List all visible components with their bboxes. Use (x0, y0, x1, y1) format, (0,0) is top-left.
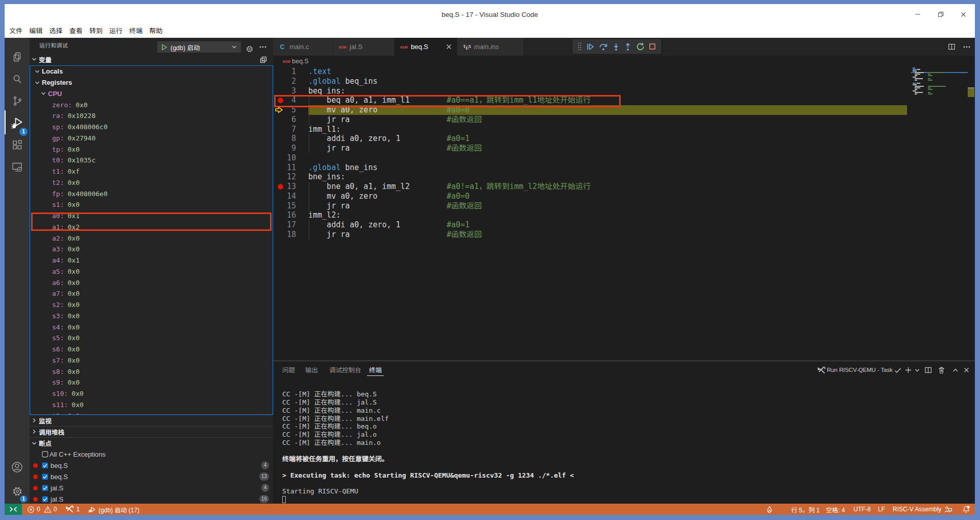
code-line-11[interactable]: 11.global bne_ins (273, 163, 975, 173)
register-row-sp[interactable]: sp:0x408006c0 (30, 122, 273, 133)
menu-item-文件[interactable]: 文件 (6, 25, 26, 38)
code-line-18[interactable]: 18 jr ra #函数返回 (273, 230, 975, 240)
activity-item-extensions[interactable] (5, 133, 30, 157)
step-over-button[interactable] (599, 42, 608, 51)
code-line-6[interactable]: 6 jr ra #函数返回 (273, 115, 975, 125)
register-row-s2[interactable]: s2:0x0 (30, 299, 273, 311)
views-more-icon[interactable] (259, 43, 267, 51)
minimize-button[interactable] (906, 4, 929, 25)
close-button[interactable] (952, 4, 975, 25)
register-row-s6[interactable]: s6:0x0 (30, 344, 273, 355)
toolbar-grip-icon[interactable] (577, 42, 582, 51)
checkbox-checked-icon[interactable] (42, 496, 48, 503)
register-row-zero[interactable]: zero:0x0 (30, 99, 273, 110)
checkbox-unchecked-icon[interactable] (42, 451, 48, 458)
register-row-s8[interactable]: s8:0x0 (30, 366, 273, 377)
register-row-s11[interactable]: s11:0x0 (30, 399, 273, 411)
eol[interactable]: LF (878, 504, 885, 515)
checkbox-checked-icon[interactable] (42, 474, 48, 480)
feedback-icon[interactable] (944, 504, 952, 515)
code-line-17[interactable]: 17 addi a0, zero, 1 #a0=1 (273, 220, 975, 230)
activity-item-settings[interactable]: 1 (5, 480, 30, 503)
menu-item-查看[interactable]: 查看 (66, 25, 86, 38)
activity-item-remote[interactable] (5, 155, 30, 179)
collapse-all-icon[interactable] (259, 56, 267, 64)
breakpoint-row-beq.S-13[interactable]: beq.S13 (30, 471, 273, 482)
menu-item-运行[interactable]: 运行 (106, 25, 126, 38)
editor-tab-jal.S[interactable]: ASMjal.S (333, 38, 395, 56)
launch-config-select[interactable]: (gdb) 启动 (157, 41, 241, 53)
activity-item-scm[interactable] (5, 89, 30, 113)
watch-section-header[interactable]: 监视 (30, 415, 273, 426)
register-row-a5[interactable]: a5:0x0 (30, 266, 273, 277)
configure-gear-icon[interactable] (245, 44, 254, 53)
register-row-t3[interactable]: t3:0x0 (30, 410, 273, 415)
breakpoint-row-exceptions[interactable]: All C++ Exceptions (30, 449, 273, 460)
tree-item-registers[interactable]: Registers (30, 77, 273, 88)
terminal-output[interactable]: CC -[M] 正在构建... beq.SCC -[M] 正在构建... jal… (282, 361, 966, 504)
register-row-fp[interactable]: fp:0x408006e0 (30, 188, 273, 199)
breadcrumb[interactable]: ASM beq.S (273, 56, 975, 67)
code-line-7[interactable]: 7imm_l1: (273, 125, 975, 134)
overview-ruler[interactable] (968, 67, 975, 361)
code-line-14[interactable]: 14 mv a0, zero #a0=0 (273, 192, 975, 201)
callstack-section-header[interactable]: 调用堆栈 (30, 426, 273, 437)
step-into-button[interactable] (612, 42, 620, 51)
breakpoint-row-jal.S-4[interactable]: jal.S4 (30, 482, 273, 493)
code-line-2[interactable]: 2.global beq_ins (273, 77, 975, 86)
menu-item-编辑[interactable]: 编辑 (26, 25, 46, 38)
activity-item-explorer[interactable] (5, 45, 30, 69)
register-row-s10[interactable]: s10:0x0 (30, 388, 273, 399)
code-line-13[interactable]: 13 bne a0, a1, imm_l2 #a0!=a1，跳转到imm_l2地… (273, 182, 975, 192)
activity-item-search[interactable] (5, 67, 30, 91)
menu-item-帮助[interactable]: 帮助 (146, 25, 166, 38)
step-out-button[interactable] (624, 42, 632, 51)
register-row-t2[interactable]: t2:0x0 (30, 177, 273, 188)
editor-tab-main.ins[interactable]: TEXmain.ins (457, 38, 524, 56)
register-row-a6[interactable]: a6:0x0 (30, 277, 273, 288)
language-mode[interactable]: RISC-V Assembly (893, 504, 941, 515)
notifications-bell-icon[interactable] (962, 504, 970, 515)
editor-tab-main.c[interactable]: Cmain.c (273, 38, 333, 56)
continue-button[interactable] (586, 42, 595, 51)
register-row-s4[interactable]: s4:0x0 (30, 321, 273, 333)
split-editor-icon[interactable] (948, 43, 955, 51)
minimap[interactable] (911, 67, 968, 361)
breakpoints-section-header[interactable]: 断点 (30, 437, 273, 449)
code-line-9[interactable]: 9 jr ra #函数返回 (273, 144, 975, 153)
register-row-tp[interactable]: tp:0x0 (30, 144, 273, 155)
code-line-1[interactable]: 1.text (273, 67, 975, 77)
code-line-3[interactable]: 3beq_ins: (273, 86, 975, 96)
register-row-s5[interactable]: s5:0x0 (30, 333, 273, 344)
restore-button[interactable] (929, 4, 952, 25)
menu-item-选择[interactable]: 选择 (46, 25, 66, 38)
activity-item-account[interactable] (5, 455, 30, 479)
code-line-12[interactable]: 12bne_ins: (273, 172, 975, 182)
indentation[interactable]: 空格: 4 (826, 504, 845, 515)
breakpoint-row-beq.S-4[interactable]: beq.S4 (30, 460, 273, 471)
register-row-a7[interactable]: a7:0x0 (30, 288, 273, 299)
tree-item-locals[interactable]: Locals (30, 66, 273, 77)
editor-tab-beq.S[interactable]: ASMbeq.S (395, 38, 457, 56)
more-actions-icon[interactable] (963, 43, 971, 51)
stop-button[interactable] (648, 42, 656, 51)
checkbox-checked-icon[interactable] (42, 462, 48, 469)
checkbox-checked-icon[interactable] (42, 485, 48, 491)
register-row-s9[interactable]: s9:0x0 (30, 377, 273, 388)
cursor-position[interactable]: 行 5，列 1 (791, 504, 820, 515)
register-row-a3[interactable]: a3:0x0 (30, 244, 273, 255)
tree-item-cpu[interactable]: CPU (30, 88, 273, 100)
code-line-8[interactable]: 8 addi a0, zero, 1 #a0=1 (273, 134, 975, 144)
register-row-s7[interactable]: s7:0x0 (30, 355, 273, 366)
code-line-15[interactable]: 15 jr ra #函数返回 (273, 201, 975, 211)
register-row-a2[interactable]: a2:0x0 (30, 232, 273, 244)
code-line-16[interactable]: 16imm_l2: (273, 210, 975, 220)
restart-button[interactable] (636, 42, 645, 51)
activity-item-debug[interactable]: 1 (5, 111, 30, 135)
encoding[interactable]: UTF-8 (853, 504, 871, 515)
breakpoint-row-jal.S-16[interactable]: jal.S16 (30, 493, 273, 504)
register-row-ra[interactable]: ra:0x10228 (30, 110, 273, 122)
menu-item-终端[interactable]: 终端 (126, 25, 146, 38)
code-line-10[interactable]: 10 (273, 153, 975, 163)
register-row-t1[interactable]: t1:0xf (30, 166, 273, 177)
